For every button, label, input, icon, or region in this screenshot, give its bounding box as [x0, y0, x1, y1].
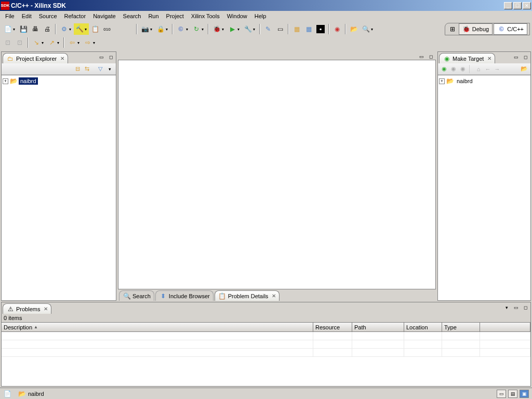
camera-button[interactable]: 📷▾	[139, 23, 154, 35]
problem-details-tab[interactable]: 📋 Problem Details ✕	[215, 290, 280, 301]
close-tab-icon[interactable]: ✕	[487, 56, 491, 61]
problems-table[interactable]: Description▲ Resource Path Location Type	[2, 323, 530, 386]
open-folder-button[interactable]: 📂	[348, 23, 360, 35]
tool-a[interactable]: ⊡	[2, 37, 14, 48]
tool-b[interactable]: ⊡	[14, 37, 25, 48]
menu-run[interactable]: Run	[145, 12, 162, 20]
mt-home-button[interactable]: ⌂	[474, 65, 483, 73]
make-target-tab[interactable]: ◉ Make Target ✕	[439, 53, 495, 63]
col-location[interactable]: Location	[404, 323, 442, 331]
problems-tab[interactable]: ⚠ Problems ✕	[3, 303, 51, 314]
nav-prev-button[interactable]: ↗▾	[46, 37, 61, 48]
tree-item[interactable]: + 📂 naibrd	[3, 76, 115, 86]
toolbar-row-1: 📄▾ 💾 🖶 🖨 ⚙▾ 🔨▾ 📋 010 📷▾ 🔒▾ ©▾ ↻▾ 🐞▾ ▶▾ 🔧…	[0, 22, 532, 36]
console-button[interactable]: ▪	[315, 23, 326, 35]
menu-window[interactable]: Window	[224, 12, 250, 20]
expand-icon[interactable]: +	[439, 78, 445, 84]
menu-refactor[interactable]: Refactor	[61, 12, 89, 20]
forward-button[interactable]: ⇨▾	[82, 37, 97, 48]
mt-forward-button[interactable]: →	[493, 65, 501, 73]
link-editor-button[interactable]: ⇆	[83, 65, 91, 73]
mt-back-button[interactable]: ←	[484, 65, 492, 73]
make-target-tree[interactable]: + 📂 naibrd	[438, 75, 530, 300]
col-type[interactable]: Type	[442, 323, 480, 331]
make-target-title: Make Target	[453, 56, 484, 62]
menu-xilinx-tools[interactable]: Xilinx Tools	[188, 12, 223, 20]
menu-project[interactable]: Project	[163, 12, 187, 20]
run-button[interactable]: ▶▾	[227, 23, 242, 35]
trim-button-3[interactable]: ▣	[520, 390, 529, 398]
lock-button[interactable]: 🔒▾	[155, 23, 170, 35]
trim-button-2[interactable]: ▤	[508, 390, 517, 398]
menu-navigate[interactable]: Navigate	[90, 12, 118, 20]
col-path[interactable]: Path	[352, 323, 404, 331]
mt-edit-button[interactable]: ◉	[449, 65, 458, 73]
minimize-view-button[interactable]: ▭	[512, 53, 520, 61]
terminal-button[interactable]: ▭	[274, 23, 286, 35]
minimize-button[interactable]: _	[504, 2, 512, 9]
maximize-view-button[interactable]: ◻	[107, 53, 115, 61]
menu-help[interactable]: Help	[251, 12, 270, 20]
perspective-cpp[interactable]: ©C/C++	[494, 23, 527, 35]
editor-area[interactable]	[118, 60, 436, 289]
external-button[interactable]: 🔧▾	[242, 23, 257, 35]
mt-add-button[interactable]: ◉	[440, 65, 448, 73]
perspective-debug[interactable]: 🐞Debug	[459, 23, 493, 35]
mt-folder-button[interactable]: 📂	[520, 65, 528, 73]
minimize-view-button[interactable]: ▭	[97, 53, 105, 61]
open-perspective-button[interactable]: ⊞	[447, 24, 458, 34]
problems-menu-button[interactable]: ▾	[502, 303, 511, 312]
save-button[interactable]: 💾	[18, 23, 29, 35]
tree-item[interactable]: + 📂 naibrd	[439, 76, 529, 86]
close-button[interactable]: ✕	[523, 2, 531, 9]
refresh-g-button[interactable]: ↻▾	[191, 23, 206, 35]
collapse-all-button[interactable]: ⊟	[73, 65, 82, 73]
refresh-c-button[interactable]: ©▾	[175, 23, 190, 35]
grid1-button[interactable]: ▦	[291, 23, 302, 35]
close-tab-icon[interactable]: ✕	[60, 56, 64, 61]
table-row	[2, 349, 530, 357]
problem-icon: 📋	[218, 292, 227, 300]
menu-file[interactable]: File	[2, 12, 18, 20]
stop-button[interactable]: ◉	[331, 23, 343, 35]
menu-search[interactable]: Search	[120, 12, 144, 20]
target-button[interactable]: 📋	[89, 23, 101, 35]
col-description[interactable]: Description▲	[2, 323, 313, 331]
binary-button[interactable]: 010	[101, 23, 113, 35]
project-label[interactable]: naibrd	[455, 77, 474, 85]
wand-button[interactable]: ✎	[262, 23, 274, 35]
problems-view: ⚠ Problems ✕ ▾ ▭ ◻ 0 items Description▲ …	[1, 302, 531, 387]
minimize-view-button[interactable]: ▭	[512, 303, 520, 312]
col-resource[interactable]: Resource	[313, 323, 352, 331]
menu-edit[interactable]: Edit	[19, 12, 35, 20]
project-explorer-tree[interactable]: + 📂 naibrd	[2, 75, 116, 300]
workspace: 🗀 Project Explorer ✕ ▭ ◻ ⊟ ⇆ ▽ ▾	[0, 50, 532, 388]
grid2-button[interactable]: ▦	[303, 23, 314, 35]
close-tab-icon[interactable]: ✕	[44, 306, 48, 312]
view-menu-button[interactable]: ▾	[105, 65, 114, 73]
window-titlebar: SDK C/C++ - Xilinx SDK _ ☐ ✕	[0, 0, 532, 11]
trim-button-1[interactable]: ▭	[497, 390, 506, 398]
new-button[interactable]: 📄▾	[2, 23, 17, 35]
maximize-view-button[interactable]: ◻	[521, 303, 529, 312]
maximize-button[interactable]: ☐	[513, 2, 522, 9]
search-tool-button[interactable]: 🔍▾	[360, 23, 375, 35]
include-browser-tab[interactable]: ⬍ Include Browser	[155, 290, 214, 301]
project-label[interactable]: naibrd	[19, 77, 38, 85]
print-button[interactable]: 🖨	[42, 23, 53, 35]
search-tab[interactable]: 🔍 Search	[119, 290, 154, 301]
maximize-view-button[interactable]: ◻	[521, 53, 529, 61]
project-explorer-tab[interactable]: 🗀 Project Explorer ✕	[3, 53, 68, 63]
expand-icon[interactable]: +	[3, 78, 8, 84]
nav-next-button[interactable]: ↘▾	[31, 37, 46, 48]
back-button[interactable]: ⇦▾	[66, 37, 82, 48]
build-all-button[interactable]: 🔨▾	[74, 23, 89, 35]
build-button[interactable]: ⚙▾	[58, 23, 73, 35]
menu-source[interactable]: Source	[36, 12, 60, 20]
status-icon: 📄	[3, 390, 11, 398]
debug-button[interactable]: 🐞▾	[211, 23, 226, 35]
close-tab-icon[interactable]: ✕	[272, 293, 276, 299]
save-all-button[interactable]: 🖶	[30, 23, 41, 35]
mt-build-button[interactable]: ◉	[459, 65, 467, 73]
filter-button[interactable]: ▽	[96, 65, 104, 73]
